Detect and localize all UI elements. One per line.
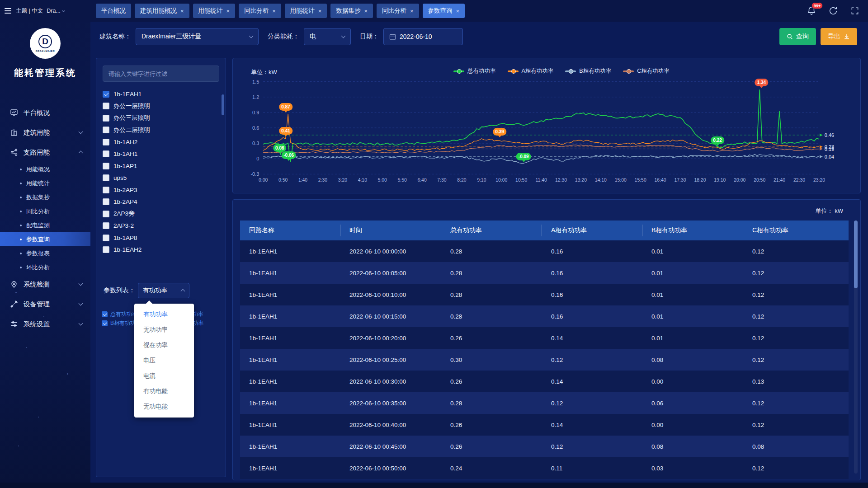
svg-text:22:30: 22:30 [793,178,805,183]
param-option-电压[interactable]: 电压 [134,353,194,368]
tab-close-icon[interactable]: × [272,8,276,14]
tab-close-icon[interactable]: × [364,8,368,14]
sidebar-subitem-参数查询[interactable]: 参数查询 [0,232,90,246]
circuit-item-2AP3旁[interactable]: 2AP3旁 [103,208,226,220]
tab-close-icon[interactable]: × [226,8,230,14]
tab-close-icon[interactable]: × [318,8,322,14]
table-row[interactable]: 1b-1EAH12022-06-10 00:00:000.280.160.010… [240,240,849,262]
table-row[interactable]: 1b-1EAH12022-06-10 00:45:000.260.120.080… [240,436,849,457]
sidebar-subitem-配电监测[interactable]: 配电监测 [0,218,90,232]
notifications-bell-icon[interactable]: 99+ [807,6,816,16]
circuit-item-办公三层照明[interactable]: 办公三层照明 [103,112,226,124]
building-select[interactable]: DraexImaier三级计量 [136,28,259,45]
table-row[interactable]: 1b-1EAH12022-06-10 00:20:000.260.140.010… [240,327,849,349]
circuit-item-办公一层照明[interactable]: 办公一层照明 [103,100,226,113]
svg-text:13:20: 13:20 [575,178,587,183]
checkbox[interactable] [102,311,108,317]
sidebar-subitem-环比分析[interactable]: 环比分析 [0,260,90,274]
circuit-item-1b-1EAH1[interactable]: 1b-1EAH1 [103,88,226,100]
tab-同比分析[interactable]: 同比分析× [239,4,281,18]
table-cell: 0.14 [542,327,642,349]
refresh-icon[interactable] [828,6,838,16]
table-row[interactable]: 1b-1EAH12022-06-10 00:30:000.260.140.000… [240,371,849,392]
svg-text:17:30: 17:30 [674,178,686,183]
table-cell: 0.26 [441,371,542,392]
sidebar-item-branch-energy[interactable]: 支路用能 [0,142,90,162]
sidebar-item-building-energy[interactable]: 建筑用能 [0,122,90,142]
sidebar-item-device-manage[interactable]: 设备管理 [0,294,90,314]
table-cell: 0.12 [743,240,849,262]
checkbox[interactable] [103,163,109,169]
sidebar-item-system-setting[interactable]: 系统设置 [0,314,90,334]
table-row[interactable]: 1b-1EAH12022-06-10 00:35:000.280.120.060… [240,392,849,414]
sidebar-subitem-数据集抄[interactable]: 数据集抄 [0,190,90,204]
checkbox[interactable] [103,91,109,98]
sidebar-subitem-用能概况[interactable]: 用能概况 [0,162,90,176]
tab-同比分析[interactable]: 同比分析× [377,4,419,18]
scrollbar-thumb[interactable] [854,221,858,288]
circuit-item-ups5[interactable]: ups5 [103,172,226,184]
language-dropdown[interactable]: Dra... [47,8,65,14]
circuit-item-2AP3-2[interactable]: 2AP3-2 [103,220,226,232]
query-button[interactable]: 查询 [779,28,816,45]
date-picker[interactable]: 2022-06-10 [383,28,463,45]
table-row[interactable]: 1b-1EAH12022-06-10 00:25:000.300.120.080… [240,349,849,371]
table-scrollbar[interactable] [854,221,858,474]
circuit-list-scrollbar[interactable] [222,94,224,115]
table-row[interactable]: 1b-1EAH12022-06-10 00:50:000.240.110.030… [240,457,849,479]
export-button[interactable]: 导出 [821,28,857,45]
circuit-item-1b-1AH2[interactable]: 1b-1AH2 [103,136,226,148]
sidebar-subitem-参数报表[interactable]: 参数报表 [0,246,90,260]
checkbox[interactable] [103,150,109,157]
tab-用能统计[interactable]: 用能统计× [193,4,236,18]
param-option-有功电能[interactable]: 有功电能 [134,384,194,399]
tab-close-icon[interactable]: × [410,8,414,14]
sidebar-item-platform-overview[interactable]: 平台概况 [0,103,90,122]
tab-close-icon[interactable]: × [456,8,460,14]
circuit-search-input[interactable] [103,66,219,82]
checkbox[interactable] [103,198,109,205]
checkbox[interactable] [102,320,108,326]
circuit-item-办公二层照明[interactable]: 办公二层照明 [103,124,226,136]
table-row[interactable]: 1b-1EAH12022-06-10 00:40:000.260.140.000… [240,414,849,436]
tab-参数查询[interactable]: 参数查询× [423,4,465,18]
theme-language-switch[interactable]: 主题 | 中文 [16,7,43,15]
checkbox[interactable] [103,139,109,145]
circuit-item-1b-2AP3[interactable]: 1b-2AP3 [103,184,226,196]
checkbox[interactable] [103,174,109,181]
checkbox[interactable] [103,187,109,193]
checkbox[interactable] [103,246,109,253]
table-row[interactable]: 1b-1EAH12022-06-10 00:10:000.280.160.010… [240,284,849,305]
sidebar-subitem-用能统计[interactable]: 用能统计 [0,176,90,190]
sidebar-subitem-同比分析[interactable]: 同比分析 [0,204,90,218]
checkbox[interactable] [103,211,109,217]
table-row[interactable]: 1b-1EAH12022-06-10 00:15:000.280.160.010… [240,305,849,327]
checkbox[interactable] [103,115,109,122]
checkbox[interactable] [103,127,109,133]
table-cell: 0.12 [542,436,642,457]
param-option-视在功率[interactable]: 视在功率 [134,338,194,353]
tab-建筑用能概况[interactable]: 建筑用能概况× [135,4,189,18]
tab-close-icon[interactable]: × [180,8,184,14]
circuit-item-1b-1AP1[interactable]: 1b-1AP1 [103,160,226,172]
circuit-item-1b-1EAH2[interactable]: 1b-1EAH2 [103,244,226,256]
circuit-item-1b-2AP4[interactable]: 1b-2AP4 [103,196,226,208]
fullscreen-icon[interactable] [850,6,860,16]
checkbox[interactable] [103,235,109,241]
param-option-有功功率[interactable]: 有功功率 [134,307,194,322]
param-option-无功功率[interactable]: 无功功率 [134,322,194,338]
tab-数据集抄[interactable]: 数据集抄× [330,4,373,18]
tab-平台概况[interactable]: 平台概况 [96,4,131,18]
param-option-电流[interactable]: 电流 [134,368,194,384]
checkbox[interactable] [103,103,109,109]
checkbox[interactable] [103,222,109,229]
param-option-无功电能[interactable]: 无功电能 [134,399,194,414]
table-row[interactable]: 1b-1EAH12022-06-10 00:05:000.280.160.010… [240,262,849,284]
hamburger-menu-icon[interactable] [5,8,11,14]
energy-type-select[interactable]: 电 [304,28,351,45]
parameter-select[interactable]: 有功功率 [138,283,189,298]
sidebar-item-system-monitor[interactable]: 系统检测 [0,274,90,294]
tab-用能统计[interactable]: 用能统计× [285,4,327,18]
circuit-item-1b-1AP8[interactable]: 1b-1AP8 [103,232,226,244]
circuit-item-1b-1AH1[interactable]: 1b-1AH1 [103,148,226,160]
